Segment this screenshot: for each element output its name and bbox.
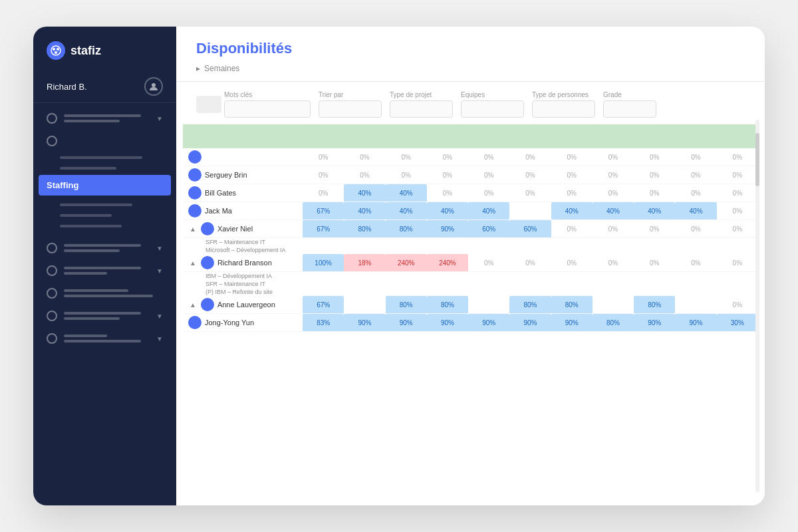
pct-cell: 0%: [509, 254, 551, 272]
scrollbar-thumb[interactable]: [755, 133, 759, 186]
nav-bar-group: [64, 244, 150, 252]
person-avatar: [201, 298, 214, 311]
pct-cell: 0%: [634, 184, 675, 202]
nav-bar: [64, 249, 120, 252]
pct-cell: 0%: [551, 148, 593, 166]
col-name: [183, 124, 303, 148]
toggle-button[interactable]: ▲: [188, 259, 198, 267]
person-name[interactable]: Richard Branson: [217, 259, 272, 267]
nav-circle-icon: [47, 113, 57, 124]
pct-cell: 0%: [717, 254, 758, 272]
sidebar-nav-item-7[interactable]: ▼: [33, 305, 176, 327]
person-avatar: [188, 204, 201, 217]
pct-cell: 0%: [468, 166, 509, 184]
pct-cell: 80%: [593, 314, 634, 332]
nav-bar: [64, 289, 128, 292]
person-name[interactable]: Serguey Brin: [205, 171, 247, 179]
nav-sub-3[interactable]: [47, 221, 176, 231]
app-container: stafiz Richard B. ▼: [33, 27, 765, 505]
pct-cell: 0%: [509, 166, 551, 184]
pct-cell: 0%: [593, 220, 634, 238]
pct-cell: 90%: [427, 314, 468, 332]
pct-cell: 0%: [675, 254, 716, 272]
sidebar-user[interactable]: Richard B.: [33, 70, 176, 103]
toggle-button[interactable]: ▲: [188, 301, 198, 309]
svg-point-3: [55, 51, 57, 54]
table-row: Jong-Yong Yun83%90%90%90%90%90%90%80%90%…: [183, 314, 758, 332]
sidebar-staffing-active[interactable]: Staffing: [39, 175, 171, 196]
nav-circle-icon: [47, 288, 57, 299]
person-name[interactable]: Anne Lauvergeon: [217, 301, 275, 309]
weeks-label: Semaines: [204, 64, 239, 73]
nav-sub-1[interactable]: [47, 200, 176, 210]
pct-cell: 0%: [386, 166, 427, 184]
pct-cell: 40%: [551, 202, 593, 220]
pct-cell: 90%: [634, 314, 675, 332]
pct-cell: [468, 296, 509, 314]
sub-row: SFR – Maintenance IT: [183, 280, 758, 288]
sub-row: Microsoft – Développement IA: [183, 246, 758, 254]
person-name[interactable]: Xavier Niel: [217, 225, 253, 233]
sub-row: IBM – Développement IA: [183, 272, 758, 281]
pct-cell: 80%: [344, 220, 385, 238]
sidebar-nav-item-5[interactable]: ▼: [33, 259, 176, 282]
col-week-10: [675, 124, 716, 148]
availability-table: 0%0%0%0%0%0%0%0%0%0%0%Serguey Brin0%0%0%…: [183, 124, 758, 332]
mots-cles-input[interactable]: [224, 100, 311, 118]
name-cell: Serguey Brin: [183, 166, 303, 184]
svg-point-1: [53, 48, 55, 51]
user-avatar-icon[interactable]: [144, 77, 163, 96]
sidebar-nav-item-1[interactable]: ▼: [33, 107, 176, 130]
name-cell: Bill Gates: [183, 184, 303, 202]
pct-cell: 90%: [509, 314, 551, 332]
table-row: ▲Richard Branson100%18%240%240%0%0%0%0%0…: [183, 254, 758, 272]
pct-cell: 0%: [509, 148, 551, 166]
equipes-input[interactable]: [461, 100, 524, 118]
pct-cell: [509, 202, 551, 220]
sub-row-name: SFR – Maintenance IT: [183, 238, 758, 247]
filters-row: Mots clés Trier par Type de projet Equip…: [176, 82, 765, 124]
weeks-filter[interactable]: ▸ Semaines: [196, 64, 745, 73]
sub-row-name: Microsoft – Développement IA: [183, 246, 758, 254]
type-personnes-input[interactable]: [532, 100, 595, 118]
person-avatar: [201, 256, 214, 269]
pct-cell: 0%: [427, 166, 468, 184]
person-name[interactable]: Jong-Yong Yun: [205, 319, 254, 327]
pct-cell: 90%: [675, 314, 716, 332]
scrollbar-track[interactable]: [755, 120, 759, 492]
sidebar-nav-item-6[interactable]: [33, 282, 176, 305]
pct-cell: [593, 296, 634, 314]
grade-input[interactable]: [603, 100, 656, 118]
type-projet-input[interactable]: [390, 100, 453, 118]
pct-cell: 40%: [468, 202, 509, 220]
pct-cell: 40%: [427, 202, 468, 220]
pct-cell: 0%: [675, 148, 716, 166]
table-row: Serguey Brin0%0%0%0%0%0%0%0%0%0%0%: [183, 166, 758, 184]
equipes-label: Equipes: [461, 91, 524, 98]
nav-sub-2[interactable]: [47, 210, 176, 221]
person-name[interactable]: Bill Gates: [205, 189, 236, 197]
nav-bar: [64, 120, 120, 122]
name-cell: [183, 148, 303, 166]
staffing-subitem-2[interactable]: [47, 163, 176, 174]
chevron-down-icon: ▼: [156, 313, 163, 320]
search-small-box[interactable]: [196, 96, 221, 113]
nav-bar: [64, 295, 153, 297]
staffing-subitem-1[interactable]: [47, 152, 176, 163]
pct-cell: 0%: [551, 166, 593, 184]
pct-cell: 40%: [386, 184, 427, 202]
person-avatar: [201, 222, 214, 235]
sidebar-nav-item-8[interactable]: ▼: [33, 327, 176, 350]
col-week-9: [634, 124, 675, 148]
sidebar-nav-item-4[interactable]: ▼: [33, 237, 176, 259]
name-cell: Jong-Yong Yun: [183, 314, 303, 332]
pct-cell: 80%: [509, 296, 551, 314]
sidebar-user-name: Richard B.: [47, 82, 87, 92]
person-name[interactable]: Jack Ma: [205, 207, 232, 215]
toggle-button[interactable]: ▲: [188, 225, 198, 233]
main-content: Disponibilités ▸ Semaines Mots clés Trie…: [176, 27, 765, 505]
person-avatar: [188, 316, 201, 329]
sidebar-staffing-parent[interactable]: [33, 130, 176, 152]
trier-par-input[interactable]: [319, 100, 382, 118]
pct-cell: 67%: [303, 220, 344, 238]
